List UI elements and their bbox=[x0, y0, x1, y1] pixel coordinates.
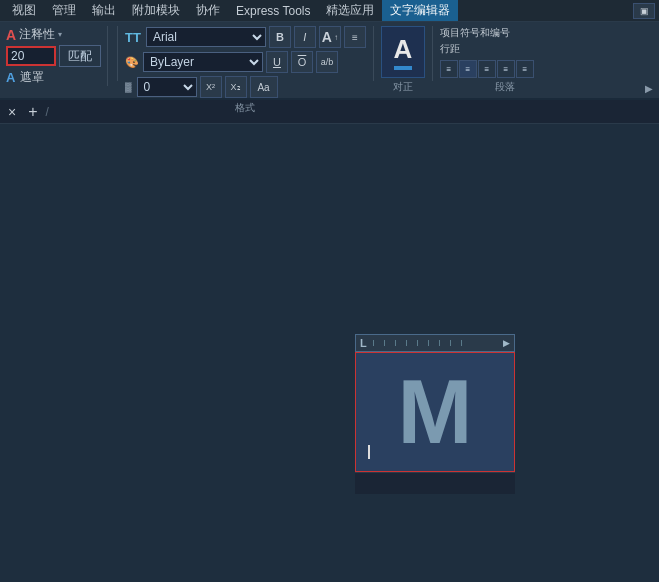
large-a-text: A bbox=[394, 34, 413, 65]
line-spacing-label: 行距 bbox=[440, 42, 460, 56]
ruler-tick-3 bbox=[395, 340, 396, 346]
ruler-tick-2 bbox=[384, 340, 385, 346]
superscript-button[interactable]: X² bbox=[200, 76, 222, 98]
font-row1: TT Arial B I A↑ ≡ bbox=[125, 26, 366, 48]
drawing-canvas[interactable]: L ▶ M bbox=[0, 124, 659, 582]
menu-manage[interactable]: 管理 bbox=[44, 0, 84, 21]
ruler-tick-7 bbox=[439, 340, 440, 346]
paragraph-row1: 项目符号和编号 bbox=[440, 26, 570, 40]
ruler-tick-8 bbox=[450, 340, 451, 346]
ribbon-group-annotation: A 注释性 ▾ 匹配 A 遮罩 bbox=[6, 26, 108, 86]
font-row3: ▓ 0 X² X₂ Aa bbox=[125, 76, 366, 98]
ruler-tick-9 bbox=[461, 340, 462, 346]
divider-2 bbox=[373, 26, 374, 81]
ruler: L ▶ bbox=[355, 334, 515, 352]
large-a-underline bbox=[394, 66, 413, 70]
color-swatch-icon: ▓ bbox=[125, 82, 132, 92]
annotation-dropdown-icon[interactable]: ▾ bbox=[58, 30, 62, 39]
text-panel-bottom-strip bbox=[355, 472, 515, 494]
menu-view[interactable]: 视图 bbox=[4, 0, 44, 21]
annotation-mask-row: A 遮罩 bbox=[6, 69, 44, 86]
font-color-select[interactable]: 0 bbox=[137, 77, 197, 97]
menu-addons[interactable]: 附加模块 bbox=[124, 0, 188, 21]
window-icon: ▣ bbox=[633, 3, 655, 19]
ruler-right-arrow[interactable]: ▶ bbox=[503, 338, 510, 348]
annotation-row1: A 注释性 ▾ bbox=[6, 26, 62, 43]
paragraph-section-label: 段落 bbox=[440, 80, 570, 94]
annotation-size-input[interactable] bbox=[6, 46, 56, 66]
large-a-button[interactable]: A bbox=[381, 26, 425, 78]
annotation-match-button[interactable]: 匹配 bbox=[59, 45, 101, 67]
menu-collab[interactable]: 协作 bbox=[188, 0, 228, 21]
paragraph-align-row: ≡ ≡ ≡ ≡ ≡ bbox=[440, 60, 570, 78]
annotation-size-row: 匹配 bbox=[6, 45, 101, 67]
align-section-label: 对正 bbox=[393, 80, 413, 94]
ruler-label: L bbox=[360, 337, 367, 349]
height-select-button[interactable]: ≡ bbox=[344, 26, 366, 48]
font-tt-icon: TT bbox=[125, 30, 141, 45]
align-center-button[interactable]: ≡ bbox=[459, 60, 477, 78]
ribbon-group-align: A 对正 bbox=[381, 26, 425, 94]
ruler-tick-1 bbox=[373, 340, 374, 346]
tab-add-icon[interactable]: + bbox=[24, 103, 41, 121]
align-left-button[interactable]: ≡ bbox=[440, 60, 458, 78]
divider-1 bbox=[117, 26, 118, 81]
ribbon-group-font: TT Arial B I A↑ ≡ 🎨 ByLayer U O a/b bbox=[125, 26, 366, 115]
strikethrough-button[interactable]: a/b bbox=[316, 51, 338, 73]
font-row2: 🎨 ByLayer U O a/b bbox=[125, 51, 366, 73]
mask-label: 遮罩 bbox=[20, 69, 44, 86]
bullet-numbering-label: 项目符号和编号 bbox=[440, 26, 510, 40]
ribbon-group-paragraph: 项目符号和编号 行距 ≡ ≡ ≡ ≡ ≡ 段落 bbox=[440, 26, 570, 94]
subscript-button[interactable]: X₂ bbox=[225, 76, 247, 98]
ruler-tick-6 bbox=[428, 340, 429, 346]
font-section-label: 格式 bbox=[125, 101, 366, 115]
menu-output[interactable]: 输出 bbox=[84, 0, 124, 21]
menu-texteditor[interactable]: 文字编辑器 bbox=[382, 0, 458, 21]
underline-button[interactable]: U bbox=[266, 51, 288, 73]
color-icon: 🎨 bbox=[125, 56, 139, 69]
menu-bar: 视图 管理 输出 附加模块 协作 Express Tools 精选应用 文字编辑… bbox=[0, 0, 659, 22]
tab-close-icon[interactable]: × bbox=[4, 104, 20, 120]
align-distribute-button[interactable]: ≡ bbox=[516, 60, 534, 78]
align-right-button[interactable]: ≡ bbox=[478, 60, 496, 78]
text-box[interactable]: M bbox=[355, 352, 515, 472]
bold-button[interactable]: B bbox=[269, 26, 291, 48]
tab-separator: / bbox=[46, 105, 49, 119]
divider-3 bbox=[432, 26, 433, 81]
ribbon-expand-icon[interactable]: ▶ bbox=[645, 83, 653, 94]
text-editor-panel: L ▶ M bbox=[355, 334, 515, 494]
font-name-select[interactable]: Arial bbox=[146, 27, 266, 47]
ruler-ticks bbox=[373, 340, 462, 346]
mask-a-icon: A bbox=[6, 70, 15, 85]
paragraph-row2: 行距 bbox=[440, 42, 570, 56]
ribbon: A 注释性 ▾ 匹配 A 遮罩 TT Arial B I A↑ bbox=[0, 22, 659, 100]
annotation-a-icon: A bbox=[6, 27, 16, 43]
height-up-button[interactable]: A↑ bbox=[319, 26, 341, 48]
overline-button[interactable]: O bbox=[291, 51, 313, 73]
ruler-tick-5 bbox=[417, 340, 418, 346]
text-cursor bbox=[368, 445, 370, 459]
match-font-button[interactable]: Aa bbox=[250, 76, 278, 98]
text-content-m: M bbox=[398, 367, 473, 457]
annotation-label: 注释性 bbox=[19, 26, 55, 43]
italic-button[interactable]: I bbox=[294, 26, 316, 48]
menu-featured[interactable]: 精选应用 bbox=[318, 0, 382, 21]
font-style-select[interactable]: ByLayer bbox=[143, 52, 263, 72]
align-justify-button[interactable]: ≡ bbox=[497, 60, 515, 78]
ruler-tick-4 bbox=[406, 340, 407, 346]
menu-express[interactable]: Express Tools bbox=[228, 2, 318, 20]
